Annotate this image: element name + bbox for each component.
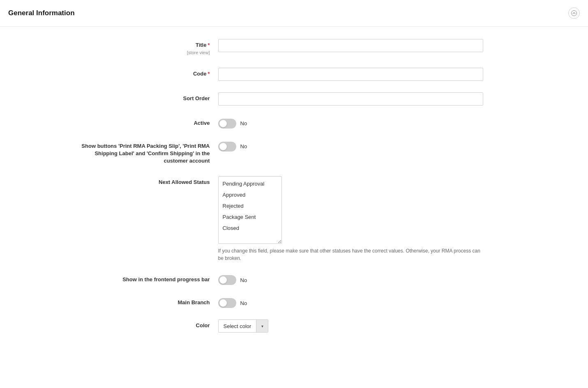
next-allowed-status-control-wrap: Pending Approval Approved Rejected Packa… xyxy=(218,176,510,262)
title-input[interactable] xyxy=(218,39,483,52)
color-label: Color xyxy=(78,319,218,329)
active-toggle[interactable] xyxy=(218,119,236,129)
form-row-sort-order: Sort Order xyxy=(78,92,510,106)
color-select-text: Select color xyxy=(219,320,257,332)
main-branch-slider xyxy=(218,298,236,308)
form-row-color: Color Select color ▾ xyxy=(78,319,510,333)
active-toggle-slider xyxy=(218,119,236,129)
sort-order-control-wrap xyxy=(218,92,510,106)
show-frontend-progress-label: Show in the frontend progress bar xyxy=(78,273,218,283)
active-control-wrap: No xyxy=(218,117,510,129)
required-star-code: * xyxy=(208,71,210,77)
form-row-show-buttons: Show buttons 'Print RMA Packing Slip', '… xyxy=(78,140,510,165)
page-container: General Information Title* [store view] … xyxy=(0,0,588,388)
sort-order-label: Sort Order xyxy=(78,92,218,102)
svg-point-0 xyxy=(572,11,577,16)
sort-order-input[interactable] xyxy=(218,92,483,106)
color-select-wrap: Select color ▾ xyxy=(218,319,510,333)
form-body: Title* [store view] Code* Sort Order xyxy=(0,27,588,356)
form-row-show-frontend-progress: Show in the frontend progress bar No xyxy=(78,273,510,285)
main-branch-label: Main Branch xyxy=(78,296,218,306)
active-toggle-label: No xyxy=(240,120,247,126)
show-frontend-progress-control-wrap: No xyxy=(218,273,510,285)
next-allowed-status-label: Next Allowed Status xyxy=(78,176,218,186)
code-control-wrap xyxy=(218,68,510,81)
status-option-package-sent[interactable]: Package Sent xyxy=(219,211,281,223)
title-sublabel: [store view] xyxy=(78,50,210,56)
status-option-rejected[interactable]: Rejected xyxy=(219,200,281,211)
form-row-title: Title* [store view] xyxy=(78,39,510,56)
main-branch-control-wrap: No xyxy=(218,296,510,308)
required-star: * xyxy=(208,42,210,48)
form-row-active: Active No xyxy=(78,117,510,129)
color-select-button[interactable]: Select color ▾ xyxy=(218,319,269,333)
main-branch-toggle-wrap: No xyxy=(218,296,510,308)
title-control-wrap xyxy=(218,39,510,52)
next-allowed-status-hint: If you change this field, please make su… xyxy=(218,247,483,262)
show-frontend-progress-slider xyxy=(218,275,236,285)
color-control-wrap: Select color ▾ xyxy=(218,319,510,333)
show-frontend-progress-toggle-wrap: No xyxy=(218,273,510,285)
show-buttons-toggle[interactable] xyxy=(218,142,236,152)
form-row-main-branch: Main Branch No xyxy=(78,296,510,308)
show-frontend-progress-toggle[interactable] xyxy=(218,275,236,285)
form-row-code: Code* xyxy=(78,68,510,81)
code-label: Code* xyxy=(78,68,218,78)
main-branch-toggle-label: No xyxy=(240,300,247,306)
next-allowed-status-select[interactable]: Pending Approval Approved Rejected Packa… xyxy=(218,176,282,244)
status-option-pending[interactable]: Pending Approval xyxy=(219,178,281,189)
status-option-approved[interactable]: Approved xyxy=(219,189,281,200)
show-buttons-toggle-label: No xyxy=(240,143,247,149)
color-select-arrow-icon: ▾ xyxy=(256,320,268,332)
section-header: General Information xyxy=(0,0,588,27)
active-toggle-wrap: No xyxy=(218,117,510,129)
section-title: General Information xyxy=(8,9,75,17)
collapse-icon[interactable] xyxy=(568,7,580,19)
title-label: Title* [store view] xyxy=(78,39,218,56)
show-buttons-toggle-wrap: No xyxy=(218,140,510,152)
active-label: Active xyxy=(78,117,218,127)
code-input[interactable] xyxy=(218,68,483,81)
main-branch-toggle[interactable] xyxy=(218,298,236,308)
show-buttons-toggle-slider xyxy=(218,142,236,152)
show-buttons-control-wrap: No xyxy=(218,140,510,152)
form-row-next-allowed-status: Next Allowed Status Pending Approval App… xyxy=(78,176,510,262)
show-frontend-progress-toggle-label: No xyxy=(240,277,247,283)
status-option-closed[interactable]: Closed xyxy=(219,223,281,234)
show-buttons-label: Show buttons 'Print RMA Packing Slip', '… xyxy=(78,140,218,165)
